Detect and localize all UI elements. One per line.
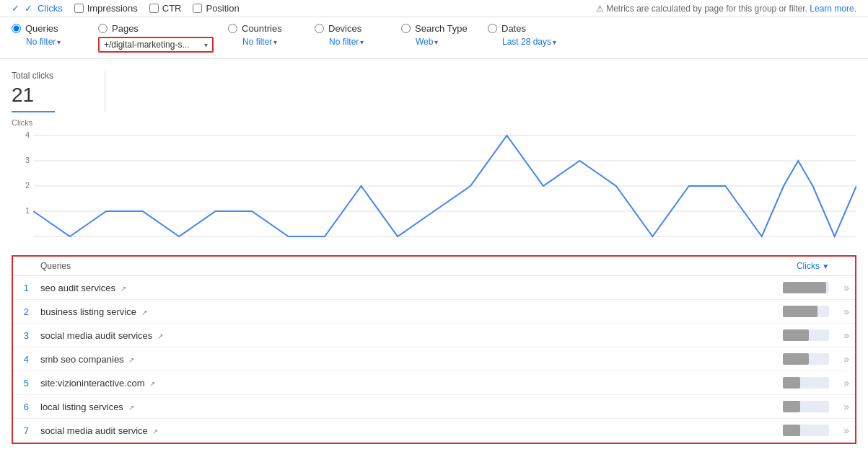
countries-label: Countries — [242, 23, 282, 34]
metric-clicks[interactable]: ✓ Clicks — [12, 3, 63, 14]
metric-position[interactable]: Position — [193, 3, 239, 14]
query-cell-2[interactable]: business listing service ↗ — [35, 300, 777, 324]
clicks-bar-3 — [777, 324, 835, 347]
pages-filter-value-box[interactable]: +/digital-marketing-s... ▾ — [98, 37, 214, 53]
metric-ctr[interactable]: CTR — [149, 3, 182, 14]
chart-container: 4 3 2 1 — [12, 128, 856, 244]
search-type-filter: Search Type Web ▾ — [401, 23, 488, 47]
dates-filter: Dates Last 28 days ▾ — [488, 23, 574, 47]
svg-text:3: 3 — [25, 156, 30, 164]
devices-label: Devices — [328, 23, 361, 34]
countries-dropdown-arrow: ▾ — [273, 38, 277, 46]
metric-impressions[interactable]: Impressions — [74, 3, 138, 14]
query-cell-3[interactable]: social media audit services ↗ — [35, 324, 777, 347]
devices-filter-label[interactable]: Devices — [315, 23, 387, 34]
metrics-left: ✓ Clicks Impressions CTR Position — [12, 3, 240, 14]
main-content: Total clicks 21 Clicks 4 3 2 1 — [0, 59, 868, 444]
svg-text:1: 1 — [25, 206, 30, 215]
clicks-bar-5 — [777, 371, 835, 395]
table-row[interactable]: 7 social media audit service ↗ » — [13, 419, 855, 443]
learn-more-link[interactable]: Learn more. — [810, 4, 856, 14]
table-row[interactable]: 6 local listing services ↗ » — [13, 395, 855, 419]
row-chevron-2[interactable]: » — [835, 300, 855, 324]
col-queries-header[interactable]: Queries — [35, 257, 777, 276]
position-label: Position — [206, 3, 239, 14]
table-row[interactable]: 5 site:vizioninteractive.com ↗ » — [13, 371, 855, 395]
svg-text:2: 2 — [25, 181, 30, 190]
search-type-label: Search Type — [415, 23, 468, 34]
impressions-checkbox[interactable] — [74, 4, 84, 13]
external-link-icon-7: ↗ — [152, 427, 158, 435]
clicks-bar-7 — [777, 419, 835, 443]
search-type-radio[interactable] — [401, 24, 411, 33]
dates-radio[interactable] — [488, 24, 497, 33]
dates-filter-value[interactable]: Last 28 days ▾ — [488, 37, 560, 47]
external-link-icon-2: ↗ — [141, 309, 147, 316]
queries-filter-value[interactable]: No filter ▾ — [12, 37, 84, 47]
table-row[interactable]: 2 business listing service ↗ » — [13, 300, 855, 324]
query-cell-1[interactable]: seo audit services ↗ — [35, 276, 777, 300]
dates-filter-label[interactable]: Dates — [488, 23, 560, 34]
warning-icon: ⚠ — [596, 4, 606, 14]
devices-filter: Devices No filter ▾ — [315, 23, 401, 47]
row-chevron-4[interactable]: » — [835, 347, 855, 371]
clicks-bar-6 — [777, 395, 835, 419]
query-cell-7[interactable]: social media audit service ↗ — [35, 419, 777, 443]
col-clicks-header[interactable]: Clicks ▼ — [777, 257, 835, 276]
query-cell-4[interactable]: smb seo companies ↗ — [35, 347, 777, 371]
position-checkbox[interactable] — [193, 4, 202, 13]
row-chevron-6[interactable]: » — [835, 395, 855, 419]
row-chevron-1[interactable]: » — [835, 276, 855, 300]
svg-text:4: 4 — [25, 130, 30, 139]
chevron-right-icon-6: » — [841, 401, 849, 412]
devices-filter-value[interactable]: No filter ▾ — [315, 37, 387, 47]
queries-radio[interactable] — [12, 24, 21, 33]
metrics-note-area: ⚠ Metrics are calculated by page for thi… — [596, 4, 856, 14]
clicks-label: Clicks — [38, 3, 63, 14]
queries-filter-label[interactable]: Queries — [12, 23, 84, 34]
chevron-right-icon-5: » — [841, 377, 849, 389]
sort-arrow-icon: ▼ — [822, 262, 829, 270]
total-clicks-label: Total clicks — [12, 71, 90, 81]
pages-label: Pages — [112, 23, 139, 34]
pages-radio[interactable] — [98, 24, 108, 33]
external-link-icon-3: ↗ — [157, 332, 163, 340]
table-row[interactable]: 3 social media audit services ↗ » — [13, 324, 855, 347]
devices-dropdown-arrow: ▾ — [360, 38, 364, 46]
metrics-note-text: Metrics are calculated by page for this … — [606, 4, 807, 14]
row-num-3: 3 — [13, 324, 35, 347]
external-link-icon-4: ↗ — [128, 356, 134, 364]
query-cell-6[interactable]: local listing services ↗ — [35, 395, 777, 419]
row-num-5: 5 — [13, 371, 35, 395]
dates-label: Dates — [501, 23, 526, 34]
search-type-dropdown-arrow: ▾ — [434, 38, 438, 46]
clicks-bar-2 — [777, 300, 835, 324]
col-num — [13, 257, 35, 276]
clicks-bar-1 — [777, 276, 835, 300]
devices-radio[interactable] — [315, 24, 324, 33]
row-chevron-5[interactable]: » — [835, 371, 855, 395]
row-num-7: 7 — [13, 419, 35, 443]
row-chevron-7[interactable]: » — [835, 419, 855, 443]
countries-filter-value[interactable]: No filter ▾ — [228, 37, 300, 47]
chart-section: Clicks 4 3 2 1 — [12, 118, 856, 249]
search-type-filter-value[interactable]: Web ▾ — [401, 37, 473, 47]
countries-filter-label[interactable]: Countries — [228, 23, 300, 34]
ctr-label: CTR — [162, 3, 182, 14]
search-type-filter-label[interactable]: Search Type — [401, 23, 473, 34]
table-row[interactable]: 1 seo audit services ↗ » — [13, 276, 855, 300]
row-num-6: 6 — [13, 395, 35, 419]
stats-section: Total clicks 21 — [12, 71, 856, 112]
query-cell-5[interactable]: site:vizioninteractive.com ↗ — [35, 371, 777, 395]
ctr-checkbox[interactable] — [149, 4, 159, 13]
pages-filter-label[interactable]: Pages — [98, 23, 214, 34]
queries-table: Queries Clicks ▼ 1 seo audit services ↗ … — [13, 257, 855, 443]
table-row[interactable]: 4 smb seo companies ↗ » — [13, 347, 855, 371]
table-header: Queries Clicks ▼ — [13, 257, 855, 276]
row-chevron-3[interactable]: » — [835, 324, 855, 347]
chevron-right-icon-4: » — [841, 353, 849, 365]
chevron-right-icon-1: » — [841, 282, 849, 293]
external-link-icon-6: ↗ — [128, 404, 134, 412]
countries-filter: Countries No filter ▾ — [228, 23, 315, 47]
countries-radio[interactable] — [228, 24, 237, 33]
